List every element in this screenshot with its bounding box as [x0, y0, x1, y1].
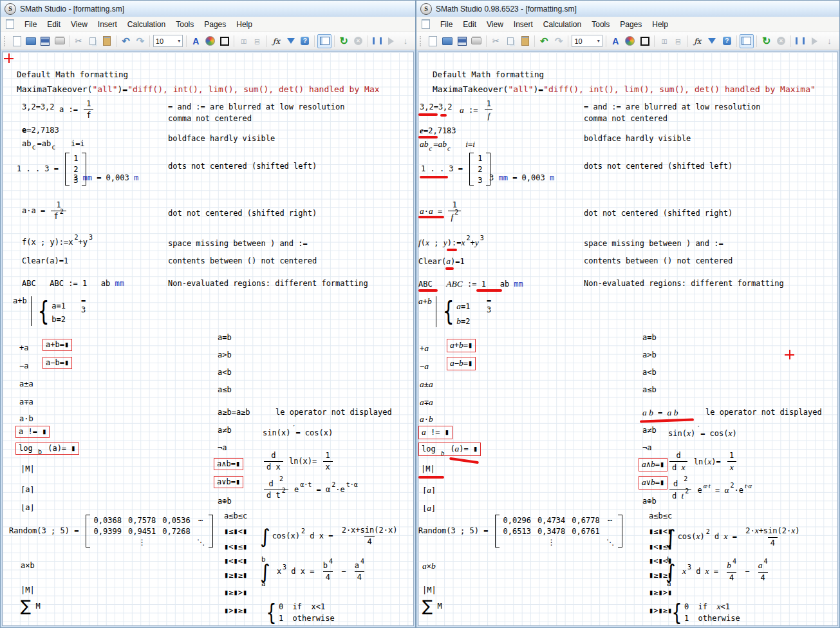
- paste-button[interactable]: [518, 35, 532, 48]
- chain-2[interactable]: ▮<▮≤▮: [224, 542, 247, 552]
- filter-button[interactable]: [284, 35, 297, 48]
- maxima-takeover-line[interactable]: MaximaTakeover("all")="diff(), int(), li…: [433, 84, 816, 95]
- sum-of-matrix[interactable]: ∑ M: [21, 598, 41, 614]
- function-definition[interactable]: f(x ; y):=x2+y3: [418, 238, 484, 249]
- less-equal[interactable]: a≤b: [218, 385, 232, 395]
- chain-compare[interactable]: a≤b≤c: [224, 511, 247, 521]
- dot-multiply[interactable]: a·b: [420, 414, 433, 425]
- floor[interactable]: ⌊a⌋: [21, 503, 35, 513]
- ge-operator-row[interactable]: a b = a b: [642, 408, 678, 419]
- annotation-blurred[interactable]: = and := are blurred at low resolution: [168, 102, 345, 113]
- menu-calculation[interactable]: Calculation: [538, 18, 586, 31]
- determinant[interactable]: |M|: [421, 464, 435, 474]
- step-button[interactable]: [399, 35, 412, 48]
- cut-button[interactable]: [489, 35, 503, 48]
- not-equal[interactable]: a≠b: [218, 426, 232, 435]
- menu-edit[interactable]: Edit: [42, 18, 66, 31]
- range-matrix[interactable]: 1 . . 3 = 123: [421, 153, 490, 186]
- annotation-boldface[interactable]: boldface hardly visible: [584, 134, 691, 144]
- recalc-button[interactable]: [337, 35, 350, 48]
- annotation-boldface[interactable]: boldface hardly visible: [168, 134, 275, 144]
- plus-minus[interactable]: a±a: [19, 379, 33, 389]
- align-h-button[interactable]: [237, 35, 250, 48]
- menu-view[interactable]: View: [66, 18, 93, 31]
- align-v-button[interactable]: [672, 35, 686, 48]
- dot-product-fraction[interactable]: a·a = 1f2: [420, 200, 462, 224]
- abc-regions[interactable]: ABC ABC := 1 ab mm: [418, 279, 523, 290]
- fontcolor-button[interactable]: [609, 35, 622, 48]
- chain-3[interactable]: ▮<▮<▮: [224, 557, 247, 566]
- derivative-sin[interactable]: sin(x)′= cos(x): [668, 428, 737, 439]
- function-button[interactable]: [691, 35, 704, 48]
- cut-button[interactable]: [72, 35, 85, 48]
- unary-minus[interactable]: −a: [420, 361, 429, 372]
- log-placeholder[interactable]: log b (a)= ▮: [15, 442, 79, 455]
- placeholder-add[interactable]: a+b=▮: [42, 339, 72, 351]
- euler-value[interactable]: e=2,7183: [420, 126, 456, 137]
- menu-pages[interactable]: Pages: [199, 18, 231, 31]
- determinant[interactable]: |M|: [21, 464, 35, 474]
- chain-compare[interactable]: a≤b≤c: [649, 511, 672, 521]
- chain-1[interactable]: ▮≤▮<▮: [224, 527, 247, 537]
- annotation-contents[interactable]: contents between () not centered: [168, 256, 317, 267]
- menu-pages[interactable]: Pages: [615, 18, 647, 31]
- placeholder-subtract[interactable]: a−b=▮: [42, 357, 72, 369]
- chain-5[interactable]: ▮≥▮>▮: [224, 588, 247, 598]
- integral-cos[interactable]: ∫cos(x)2 d x = 2·x+sin(2·x)4: [666, 525, 803, 549]
- annotation-dot[interactable]: dot not centered (shifted right): [584, 209, 733, 219]
- determinant-2[interactable]: |M|: [21, 585, 35, 595]
- maxima-takeover-line[interactable]: MaximaTakeover("all")="diff(), int(), li…: [17, 84, 380, 95]
- minus-plus[interactable]: a∓a: [19, 397, 33, 407]
- less-equal[interactable]: a≤b: [642, 385, 657, 395]
- xor[interactable]: a⊕b: [642, 497, 657, 506]
- step-button[interactable]: [823, 35, 836, 48]
- annotation-space[interactable]: space missing between ) and :=: [168, 239, 308, 249]
- palette-button[interactable]: [203, 35, 216, 48]
- cross-product[interactable]: a×b: [21, 561, 35, 571]
- border-button[interactable]: [218, 35, 231, 48]
- or-placeholder[interactable]: a∨b=▮: [639, 476, 667, 490]
- play-button[interactable]: [385, 35, 398, 48]
- worksheet-canvas-right[interactable]: Default Math formattingMaximaTakeover("a…: [418, 52, 838, 626]
- chain-4[interactable]: ▮≥▮≥▮: [224, 571, 247, 580]
- unit-conversion[interactable]: 3 mm = 0,003 m: [489, 173, 554, 183]
- floor[interactable]: ⌊a⌋: [422, 503, 436, 514]
- unit-conversion[interactable]: 3 mm = 0,003 m: [73, 173, 138, 183]
- decimal-comma-equation[interactable]: 3,2=3,2: [22, 102, 55, 112]
- annotation-nonevaluated[interactable]: Non-evaluated regions: different formatt…: [168, 279, 368, 289]
- unary-minus[interactable]: −a: [19, 361, 28, 371]
- border-button[interactable]: [638, 35, 651, 48]
- cross-product[interactable]: a×b: [422, 561, 436, 572]
- chain-7[interactable]: ▮>▮>▮: [224, 623, 247, 626]
- bool-equal[interactable]: a=b: [218, 333, 232, 343]
- minus-plus[interactable]: a∓a: [420, 397, 433, 408]
- unary-plus[interactable]: +a: [420, 343, 429, 354]
- ceiling[interactable]: ⌈a⌉: [422, 485, 436, 496]
- ceiling[interactable]: ⌈a⌉: [21, 485, 35, 495]
- integral-bounds[interactable]: b∫a x3 d x = b44 − a44: [666, 555, 772, 588]
- placeholder-subtract[interactable]: a−b=▮: [447, 357, 476, 370]
- bool-equal[interactable]: a=b: [642, 333, 657, 343]
- piecewise-cases[interactable]: {0 if x<11 otherwise: [669, 600, 740, 625]
- worksheet-canvas-left[interactable]: Default Math formattingMaximaTakeover("a…: [2, 52, 414, 626]
- subscript-equation[interactable]: abc=abc i=i: [22, 139, 85, 149]
- second-derivative-exp[interactable]: d 2d t2 eα·t = α2·et·α: [263, 479, 358, 501]
- help-button[interactable]: [299, 35, 312, 48]
- filter-button[interactable]: [705, 35, 719, 48]
- subscript-equation[interactable]: abc=abc i=i: [420, 139, 475, 150]
- function-button[interactable]: [270, 35, 283, 48]
- decimal-comma-equation[interactable]: 3,2=3,2: [420, 102, 453, 112]
- menu-view[interactable]: View: [481, 18, 509, 31]
- function-definition[interactable]: f(x ; y):=x2+y3: [22, 238, 93, 247]
- copy-button[interactable]: [86, 35, 99, 48]
- or-placeholder[interactable]: a∨b=▮: [214, 476, 243, 488]
- redo-button[interactable]: [134, 35, 147, 48]
- greater-than[interactable]: a>b: [218, 350, 232, 360]
- stop-button[interactable]: [351, 35, 364, 48]
- less-than[interactable]: a<b: [218, 368, 232, 377]
- undo-button[interactable]: [119, 35, 132, 48]
- paste-button[interactable]: [100, 35, 113, 48]
- print-button[interactable]: [470, 35, 483, 48]
- redo-button[interactable]: [552, 35, 566, 48]
- dot-product-fraction[interactable]: a·a = 1f2: [22, 200, 68, 222]
